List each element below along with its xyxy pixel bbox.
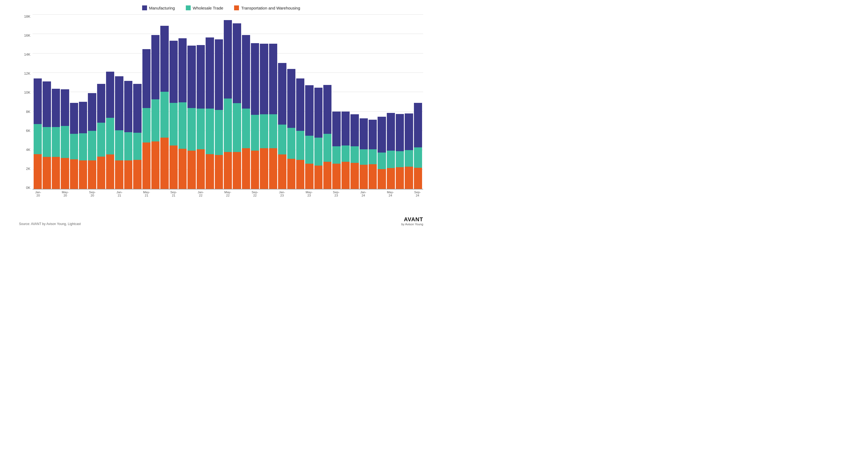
- x-axis: Jan-20May-20Sep-20Jan-21May-21Sep-21Jan-…: [33, 190, 423, 199]
- bar-group: [396, 15, 404, 189]
- bar-transport: [260, 148, 268, 189]
- x-label: [232, 190, 241, 197]
- x-label: Sep-23: [332, 190, 341, 197]
- source-text: Source: AVANT by Avison Young, Lightcast: [19, 222, 81, 226]
- bar-group: [160, 15, 168, 189]
- bar-group: [260, 15, 268, 189]
- bar-wholesale: [269, 114, 277, 148]
- y-label: 2K: [26, 167, 30, 170]
- bar-manufacturing: [70, 103, 78, 134]
- bar-group: [224, 15, 232, 189]
- bar-manufacturing: [323, 85, 332, 134]
- bar-wholesale: [187, 108, 195, 151]
- bar-group: [187, 15, 195, 189]
- bar-manufacturing: [169, 41, 178, 103]
- bar-manufacturing: [287, 69, 296, 128]
- y-label: 8K: [26, 110, 30, 113]
- bar-group: [197, 15, 205, 189]
- bar-wholesale: [369, 149, 377, 164]
- x-label: [106, 190, 115, 197]
- bar-transport: [197, 149, 205, 189]
- bar-wholesale: [350, 146, 359, 163]
- x-label: [404, 190, 413, 197]
- brand-sub: by Avison Young: [401, 223, 423, 226]
- bar-transport: [106, 154, 114, 189]
- bar-manufacturing: [143, 49, 151, 108]
- bar-transport: [287, 159, 296, 189]
- bar-wholesale: [242, 109, 250, 148]
- bar-manufacturing: [305, 85, 313, 136]
- x-label: [70, 190, 79, 197]
- y-label: 16K: [24, 34, 30, 37]
- bar-wholesale: [79, 133, 87, 161]
- bar-transport: [169, 145, 178, 189]
- brand-logo: AVANT by Avison Young: [401, 216, 423, 226]
- x-label: Sep-21: [169, 190, 178, 197]
- bar-manufacturing: [61, 89, 69, 126]
- bar-manufacturing: [160, 26, 168, 92]
- bar-wholesale: [396, 151, 404, 167]
- bar-group: [341, 15, 350, 189]
- bar-manufacturing: [42, 81, 51, 127]
- bar-group: [251, 15, 259, 189]
- x-label: [52, 190, 61, 197]
- bar-transport: [305, 164, 313, 189]
- bar-manufacturing: [341, 112, 350, 145]
- bar-wholesale: [305, 136, 313, 164]
- y-label: 12K: [24, 72, 30, 75]
- bar-wholesale: [160, 92, 168, 138]
- bar-manufacturing: [414, 103, 422, 147]
- x-label: Sep-22: [250, 190, 259, 197]
- bar-manufacturing: [187, 46, 195, 108]
- x-label: [97, 190, 106, 197]
- bar-transport: [269, 148, 277, 189]
- y-label: 18K: [24, 15, 30, 18]
- bar-group: [332, 15, 340, 189]
- bar-wholesale: [42, 127, 51, 157]
- legend-item-manufacturing: Manufacturing: [142, 5, 175, 10]
- bar-group: [242, 15, 250, 189]
- bar-transport: [115, 161, 123, 189]
- y-label: 6K: [26, 129, 30, 133]
- bar-transport: [396, 167, 404, 189]
- bar-transport: [323, 162, 332, 189]
- bar-manufacturing: [124, 81, 132, 132]
- bar-transport: [233, 152, 241, 189]
- bar-group: [215, 15, 223, 189]
- x-label: Jan-20: [34, 190, 42, 197]
- x-label: [214, 190, 223, 197]
- bar-group: [169, 15, 178, 189]
- bar-group: [88, 15, 96, 189]
- bar-manufacturing: [278, 63, 286, 124]
- x-label: [350, 190, 359, 197]
- transport-swatch: [234, 5, 239, 10]
- x-label: [296, 190, 305, 197]
- bar-transport: [133, 160, 141, 189]
- x-label: [341, 190, 350, 197]
- bar-transport: [414, 168, 422, 189]
- bar-group: [42, 15, 51, 189]
- bar-wholesale: [197, 109, 205, 149]
- bar-transport: [206, 154, 214, 189]
- bar-wholesale: [106, 118, 114, 155]
- legend-label-transport: Transportation and Warehousing: [241, 6, 300, 10]
- bar-wholesale: [97, 123, 105, 156]
- bar-group: [34, 15, 42, 189]
- x-label: [286, 190, 296, 197]
- bar-manufacturing: [197, 45, 205, 109]
- legend-label-manufacturing: Manufacturing: [149, 6, 175, 10]
- bar-group: [323, 15, 332, 189]
- bar-group: [206, 15, 214, 189]
- bar-transport: [251, 151, 259, 189]
- bar-manufacturing: [332, 112, 340, 146]
- bar-wholesale: [233, 103, 241, 152]
- y-axis: 0K2K4K6K8K10K12K14K16K18K: [19, 15, 33, 190]
- bar-group: [61, 15, 69, 189]
- bar-group: [296, 15, 304, 189]
- bar-wholesale: [169, 103, 178, 145]
- bar-manufacturing: [360, 118, 368, 149]
- bar-transport: [42, 157, 51, 189]
- x-label: [79, 190, 88, 197]
- bar-group: [70, 15, 78, 189]
- bar-manufacturing: [387, 113, 395, 151]
